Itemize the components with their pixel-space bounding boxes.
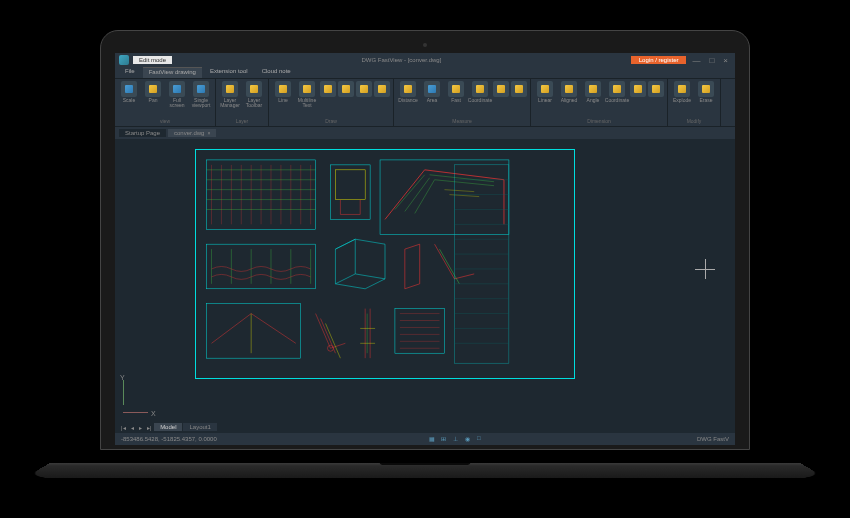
tool-measure-1[interactable]: [493, 81, 509, 117]
login-button[interactable]: Login / register: [631, 56, 687, 64]
tool-draw-3[interactable]: [356, 81, 372, 117]
minimize-icon[interactable]: —: [689, 56, 703, 65]
svg-rect-31: [395, 309, 445, 354]
edit-mode-badge[interactable]: Edit mode: [133, 56, 172, 64]
group-label-layer: Layer: [219, 117, 265, 124]
osnap-icon[interactable]: □: [477, 435, 485, 443]
grid-icon[interactable]: ⊞: [441, 435, 449, 443]
tool-area[interactable]: Area: [421, 81, 443, 117]
axis-x-label: X: [151, 410, 156, 417]
layout-tabs: |◂ ◂ ▸ ▸| Model Layout1: [115, 421, 221, 433]
svg-rect-18: [335, 170, 365, 200]
drawing-content: [195, 149, 575, 379]
tool-linear[interactable]: Linear: [534, 81, 556, 117]
svg-line-26: [449, 195, 479, 197]
status-coordinates: -853486.5428, -51825.4357, 0.0000: [121, 436, 217, 442]
svg-rect-28: [207, 304, 301, 359]
ribbon-group-measure: Distance Area Fast Coordinate Measure: [394, 79, 531, 126]
tool-draw-2[interactable]: [338, 81, 354, 117]
tool-angle[interactable]: Angle: [582, 81, 604, 117]
tool-dim-2[interactable]: [648, 81, 664, 117]
tool-coordinate[interactable]: Coordinate: [469, 81, 491, 117]
app-window: Edit mode DWG FastView - [conver.dwg] Lo…: [115, 53, 735, 445]
group-label-dimension: Dimension: [534, 117, 664, 124]
tool-layer-manager[interactable]: Layer Manager: [219, 81, 241, 117]
laptop-frame: Edit mode DWG FastView - [conver.dwg] Lo…: [100, 30, 750, 470]
tool-aligned[interactable]: Aligned: [558, 81, 580, 117]
axis-y-label: Y: [120, 374, 125, 381]
nav-last-icon[interactable]: ▸|: [145, 424, 154, 431]
group-label-modify: Modify: [671, 117, 717, 124]
layout-tab-layout1[interactable]: Layout1: [183, 423, 216, 431]
status-app-name: DWG FastV: [697, 436, 729, 442]
svg-rect-17: [330, 165, 370, 220]
tool-scale[interactable]: Scale: [118, 81, 140, 117]
tab-close-icon[interactable]: ×: [207, 130, 210, 136]
group-label-view: view: [118, 117, 212, 124]
app-logo-icon: [119, 55, 129, 65]
tool-draw-4[interactable]: [374, 81, 390, 117]
document-tabs: Startup Page conver.dwg×: [115, 127, 735, 139]
nav-prev-icon[interactable]: ◂: [129, 424, 136, 431]
screen-bezel: Edit mode DWG FastView - [conver.dwg] Lo…: [100, 30, 750, 450]
ribbon-group-draw: Line Multiline Text Draw: [269, 79, 394, 126]
status-toggles: ▦ ⊞ ⊥ ◉ □: [429, 435, 485, 443]
ribbon-group-modify: Explode Erase Modify: [668, 79, 721, 126]
ribbon-group-layer: Layer Manager Layer Toolbar Layer: [216, 79, 269, 126]
tab-conver-dwg[interactable]: conver.dwg×: [168, 129, 216, 137]
tool-line[interactable]: Line: [272, 81, 294, 117]
laptop-base: [23, 463, 826, 478]
statusbar: -853486.5428, -51825.4357, 0.0000 ▦ ⊞ ⊥ …: [115, 433, 735, 445]
svg-line-22: [415, 180, 435, 214]
svg-line-25: [444, 190, 474, 192]
camera-dot: [423, 43, 427, 47]
tool-distance[interactable]: Distance: [397, 81, 419, 117]
ribbon-group-dimension: Linear Aligned Angle Coordinate Dimensio…: [531, 79, 668, 126]
tab-startup[interactable]: Startup Page: [119, 129, 166, 137]
nav-first-icon[interactable]: |◂: [119, 424, 128, 431]
tool-erase[interactable]: Erase: [695, 81, 717, 117]
tool-fullscreen[interactable]: Full screen: [166, 81, 188, 117]
snap-icon[interactable]: ▦: [429, 435, 437, 443]
tool-dim-coordinate[interactable]: Coordinate: [606, 81, 628, 117]
group-label-measure: Measure: [397, 117, 527, 124]
laptop-notch: [380, 463, 471, 465]
menu-file[interactable]: File: [119, 67, 141, 78]
tool-multiline-text[interactable]: Multiline Text: [296, 81, 318, 117]
tool-measure-2[interactable]: [511, 81, 527, 117]
menu-extension[interactable]: Extension tool: [204, 67, 254, 78]
svg-line-23: [430, 175, 494, 182]
drawing-canvas[interactable]: Y X: [115, 139, 735, 421]
polar-icon[interactable]: ◉: [465, 435, 473, 443]
tool-layer-toolbar[interactable]: Layer Toolbar: [243, 81, 265, 117]
titlebar: Edit mode DWG FastView - [conver.dwg] Lo…: [115, 53, 735, 67]
window-title: DWG FastView - [conver.dwg]: [361, 57, 441, 63]
tool-pan[interactable]: Pan: [142, 81, 164, 117]
tool-single-viewport[interactable]: Single viewport: [190, 81, 212, 117]
maximize-icon[interactable]: □: [706, 56, 717, 65]
nav-next-icon[interactable]: ▸: [137, 424, 144, 431]
tool-draw-1[interactable]: [320, 81, 336, 117]
tool-dim-1[interactable]: [630, 81, 646, 117]
svg-rect-19: [380, 160, 509, 234]
layout-tab-model[interactable]: Model: [154, 423, 182, 431]
close-icon[interactable]: ×: [720, 56, 731, 65]
menu-fastview[interactable]: FastView drawing: [143, 67, 202, 78]
tool-explode[interactable]: Explode: [671, 81, 693, 117]
ribbon: Scale Pan Full screen Single viewport vi…: [115, 79, 735, 127]
ribbon-group-view: Scale Pan Full screen Single viewport vi…: [115, 79, 216, 126]
tool-fast[interactable]: Fast: [445, 81, 467, 117]
group-label-draw: Draw: [272, 117, 390, 124]
menubar: File FastView drawing Extension tool Clo…: [115, 67, 735, 79]
ortho-icon[interactable]: ⊥: [453, 435, 461, 443]
menu-cloud[interactable]: Cloud note: [256, 67, 297, 78]
